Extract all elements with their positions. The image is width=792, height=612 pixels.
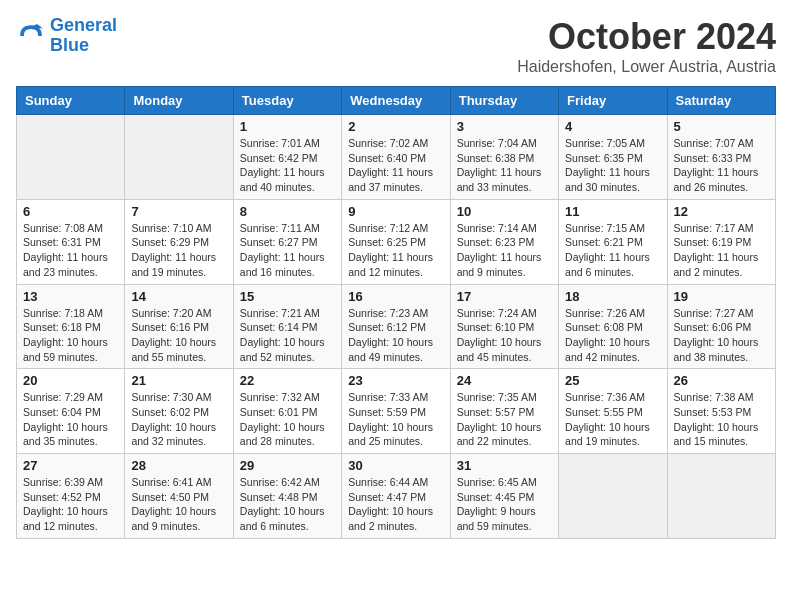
day-number: 16 xyxy=(348,289,443,304)
title-area: October 2024 Haidershofen, Lower Austria… xyxy=(517,16,776,76)
calendar-week-row: 20Sunrise: 7:29 AM Sunset: 6:04 PM Dayli… xyxy=(17,369,776,454)
day-number: 3 xyxy=(457,119,552,134)
day-info: Sunrise: 7:33 AM Sunset: 5:59 PM Dayligh… xyxy=(348,390,443,449)
weekday-header: Wednesday xyxy=(342,87,450,115)
day-info: Sunrise: 7:30 AM Sunset: 6:02 PM Dayligh… xyxy=(131,390,226,449)
calendar-cell: 6Sunrise: 7:08 AM Sunset: 6:31 PM Daylig… xyxy=(17,199,125,284)
calendar-cell: 31Sunrise: 6:45 AM Sunset: 4:45 PM Dayli… xyxy=(450,454,558,539)
day-info: Sunrise: 7:36 AM Sunset: 5:55 PM Dayligh… xyxy=(565,390,660,449)
day-number: 30 xyxy=(348,458,443,473)
calendar-cell: 20Sunrise: 7:29 AM Sunset: 6:04 PM Dayli… xyxy=(17,369,125,454)
day-number: 11 xyxy=(565,204,660,219)
day-info: Sunrise: 7:02 AM Sunset: 6:40 PM Dayligh… xyxy=(348,136,443,195)
day-info: Sunrise: 6:44 AM Sunset: 4:47 PM Dayligh… xyxy=(348,475,443,534)
calendar-week-row: 1Sunrise: 7:01 AM Sunset: 6:42 PM Daylig… xyxy=(17,115,776,200)
calendar-cell: 14Sunrise: 7:20 AM Sunset: 6:16 PM Dayli… xyxy=(125,284,233,369)
day-number: 13 xyxy=(23,289,118,304)
day-info: Sunrise: 7:07 AM Sunset: 6:33 PM Dayligh… xyxy=(674,136,769,195)
calendar-cell: 1Sunrise: 7:01 AM Sunset: 6:42 PM Daylig… xyxy=(233,115,341,200)
calendar-week-row: 27Sunrise: 6:39 AM Sunset: 4:52 PM Dayli… xyxy=(17,454,776,539)
weekday-header: Monday xyxy=(125,87,233,115)
calendar-cell: 29Sunrise: 6:42 AM Sunset: 4:48 PM Dayli… xyxy=(233,454,341,539)
calendar-cell: 2Sunrise: 7:02 AM Sunset: 6:40 PM Daylig… xyxy=(342,115,450,200)
calendar-cell: 19Sunrise: 7:27 AM Sunset: 6:06 PM Dayli… xyxy=(667,284,775,369)
day-number: 15 xyxy=(240,289,335,304)
calendar-cell xyxy=(559,454,667,539)
day-info: Sunrise: 7:29 AM Sunset: 6:04 PM Dayligh… xyxy=(23,390,118,449)
weekday-header: Thursday xyxy=(450,87,558,115)
calendar-week-row: 13Sunrise: 7:18 AM Sunset: 6:18 PM Dayli… xyxy=(17,284,776,369)
day-number: 23 xyxy=(348,373,443,388)
day-info: Sunrise: 7:14 AM Sunset: 6:23 PM Dayligh… xyxy=(457,221,552,280)
logo-text: General Blue xyxy=(50,16,117,56)
day-number: 7 xyxy=(131,204,226,219)
logo: General Blue xyxy=(16,16,117,56)
day-info: Sunrise: 7:17 AM Sunset: 6:19 PM Dayligh… xyxy=(674,221,769,280)
calendar-cell: 5Sunrise: 7:07 AM Sunset: 6:33 PM Daylig… xyxy=(667,115,775,200)
calendar-cell: 26Sunrise: 7:38 AM Sunset: 5:53 PM Dayli… xyxy=(667,369,775,454)
calendar-cell: 16Sunrise: 7:23 AM Sunset: 6:12 PM Dayli… xyxy=(342,284,450,369)
day-number: 24 xyxy=(457,373,552,388)
day-info: Sunrise: 7:18 AM Sunset: 6:18 PM Dayligh… xyxy=(23,306,118,365)
day-number: 17 xyxy=(457,289,552,304)
day-number: 22 xyxy=(240,373,335,388)
weekday-header: Tuesday xyxy=(233,87,341,115)
day-info: Sunrise: 7:05 AM Sunset: 6:35 PM Dayligh… xyxy=(565,136,660,195)
day-info: Sunrise: 7:20 AM Sunset: 6:16 PM Dayligh… xyxy=(131,306,226,365)
day-number: 4 xyxy=(565,119,660,134)
day-number: 31 xyxy=(457,458,552,473)
day-info: Sunrise: 7:08 AM Sunset: 6:31 PM Dayligh… xyxy=(23,221,118,280)
month-title: October 2024 xyxy=(517,16,776,58)
calendar-cell: 8Sunrise: 7:11 AM Sunset: 6:27 PM Daylig… xyxy=(233,199,341,284)
day-info: Sunrise: 6:45 AM Sunset: 4:45 PM Dayligh… xyxy=(457,475,552,534)
logo-icon xyxy=(16,21,46,51)
day-number: 2 xyxy=(348,119,443,134)
calendar-cell: 10Sunrise: 7:14 AM Sunset: 6:23 PM Dayli… xyxy=(450,199,558,284)
day-info: Sunrise: 7:24 AM Sunset: 6:10 PM Dayligh… xyxy=(457,306,552,365)
calendar-cell: 27Sunrise: 6:39 AM Sunset: 4:52 PM Dayli… xyxy=(17,454,125,539)
day-info: Sunrise: 6:42 AM Sunset: 4:48 PM Dayligh… xyxy=(240,475,335,534)
day-info: Sunrise: 7:15 AM Sunset: 6:21 PM Dayligh… xyxy=(565,221,660,280)
day-number: 9 xyxy=(348,204,443,219)
calendar-cell: 23Sunrise: 7:33 AM Sunset: 5:59 PM Dayli… xyxy=(342,369,450,454)
calendar-cell xyxy=(667,454,775,539)
day-number: 29 xyxy=(240,458,335,473)
calendar-cell: 7Sunrise: 7:10 AM Sunset: 6:29 PM Daylig… xyxy=(125,199,233,284)
day-number: 8 xyxy=(240,204,335,219)
day-number: 21 xyxy=(131,373,226,388)
day-number: 26 xyxy=(674,373,769,388)
calendar-cell: 17Sunrise: 7:24 AM Sunset: 6:10 PM Dayli… xyxy=(450,284,558,369)
day-info: Sunrise: 7:35 AM Sunset: 5:57 PM Dayligh… xyxy=(457,390,552,449)
weekday-header-row: SundayMondayTuesdayWednesdayThursdayFrid… xyxy=(17,87,776,115)
calendar-cell: 4Sunrise: 7:05 AM Sunset: 6:35 PM Daylig… xyxy=(559,115,667,200)
calendar-cell: 25Sunrise: 7:36 AM Sunset: 5:55 PM Dayli… xyxy=(559,369,667,454)
day-number: 18 xyxy=(565,289,660,304)
calendar-cell: 11Sunrise: 7:15 AM Sunset: 6:21 PM Dayli… xyxy=(559,199,667,284)
calendar-cell: 15Sunrise: 7:21 AM Sunset: 6:14 PM Dayli… xyxy=(233,284,341,369)
day-number: 28 xyxy=(131,458,226,473)
calendar-cell: 13Sunrise: 7:18 AM Sunset: 6:18 PM Dayli… xyxy=(17,284,125,369)
day-number: 14 xyxy=(131,289,226,304)
calendar-cell: 22Sunrise: 7:32 AM Sunset: 6:01 PM Dayli… xyxy=(233,369,341,454)
calendar-cell: 28Sunrise: 6:41 AM Sunset: 4:50 PM Dayli… xyxy=(125,454,233,539)
day-number: 12 xyxy=(674,204,769,219)
calendar-cell xyxy=(17,115,125,200)
day-number: 6 xyxy=(23,204,118,219)
weekday-header: Friday xyxy=(559,87,667,115)
day-number: 20 xyxy=(23,373,118,388)
day-number: 5 xyxy=(674,119,769,134)
calendar-cell: 21Sunrise: 7:30 AM Sunset: 6:02 PM Dayli… xyxy=(125,369,233,454)
day-info: Sunrise: 7:01 AM Sunset: 6:42 PM Dayligh… xyxy=(240,136,335,195)
day-number: 10 xyxy=(457,204,552,219)
day-number: 25 xyxy=(565,373,660,388)
day-info: Sunrise: 6:39 AM Sunset: 4:52 PM Dayligh… xyxy=(23,475,118,534)
day-number: 1 xyxy=(240,119,335,134)
day-info: Sunrise: 7:23 AM Sunset: 6:12 PM Dayligh… xyxy=(348,306,443,365)
calendar-cell: 3Sunrise: 7:04 AM Sunset: 6:38 PM Daylig… xyxy=(450,115,558,200)
day-info: Sunrise: 7:10 AM Sunset: 6:29 PM Dayligh… xyxy=(131,221,226,280)
calendar-cell xyxy=(125,115,233,200)
day-info: Sunrise: 7:38 AM Sunset: 5:53 PM Dayligh… xyxy=(674,390,769,449)
calendar-cell: 30Sunrise: 6:44 AM Sunset: 4:47 PM Dayli… xyxy=(342,454,450,539)
weekday-header: Sunday xyxy=(17,87,125,115)
day-info: Sunrise: 7:21 AM Sunset: 6:14 PM Dayligh… xyxy=(240,306,335,365)
